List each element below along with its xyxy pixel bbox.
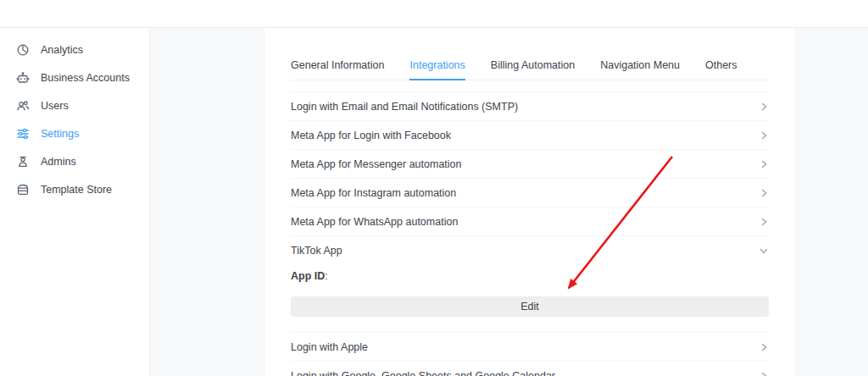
sidebar-item-business-accounts[interactable]: Business Accounts [0,64,149,91]
sidebar-item-label: Business Accounts [41,72,130,84]
integration-row-instagram[interactable]: Meta App for Instagram automation [291,179,769,207]
integration-row-facebook-login[interactable]: Meta App for Login with Facebook [291,121,769,150]
integration-row-label: Login with Apple [291,341,368,353]
app-id-label: App ID: [291,267,769,285]
top-bar [0,0,868,28]
integration-row-label: Login with Email and Email Notifications… [291,101,518,113]
sidebar: Analytics Business Accounts Users [0,29,150,376]
chevron-right-icon [759,159,769,169]
tab-integrations[interactable]: Integrations [409,59,465,80]
integration-row-label: Meta App for Login with Facebook [291,130,451,141]
integration-row-google[interactable]: Login with Google, Google Sheets and Goo… [291,362,769,376]
edit-button[interactable]: Edit [291,296,769,317]
integration-row-label: TikTok App [291,245,342,257]
users-icon [15,98,30,113]
sidebar-item-label: Settings [41,128,79,140]
sidebar-item-users[interactable]: Users [0,91,149,119]
chevron-right-icon [759,130,769,141]
sidebar-item-label: Analytics [41,44,83,56]
integration-row-tiktok[interactable]: TikTok App [291,236,769,265]
storefront-icon [15,182,30,196]
integration-row-whatsapp[interactable]: Meta App for WhatsApp automation [291,207,769,236]
sidebar-item-label: Template Store [41,184,112,196]
sidebar-item-label: Admins [41,156,76,168]
chevron-down-icon [759,246,769,256]
integrations-list: Login with Email and Email Notifications… [291,91,769,317]
robot-icon [15,70,30,85]
integration-row-messenger[interactable]: Meta App for Messenger automation [291,150,769,179]
sliders-icon [15,126,30,141]
tab-billing-automation[interactable]: Billing Automation [491,59,575,80]
integration-row-label: Meta App for Instagram automation [291,187,456,199]
integration-row-label: Meta App for Messenger automation [291,158,462,170]
chevron-right-icon [759,217,769,227]
integration-row-smtp[interactable]: Login with Email and Email Notifications… [291,92,769,121]
chevron-right-icon [759,371,769,376]
sidebar-item-settings[interactable]: Settings [0,119,149,147]
sidebar-item-admins[interactable]: Admins [0,147,149,175]
tab-others[interactable]: Others [705,59,737,80]
pie-chart-icon [15,42,30,57]
tab-navigation-menu[interactable]: Navigation Menu [600,59,680,80]
integrations-list-bottom: Login with Apple Login with Google, Goog… [291,332,769,376]
sidebar-item-template-store[interactable]: Template Store [0,175,149,203]
integration-row-label: Meta App for WhatsApp automation [291,216,458,228]
sidebar-item-label: Users [41,100,69,112]
settings-content-card: General Information Integrations Billing… [265,29,794,376]
integration-row-label: Login with Google, Google Sheets and Goo… [291,370,555,376]
settings-tabs: General Information Integrations Billing… [291,59,769,80]
chevron-right-icon [759,102,769,112]
sidebar-item-analytics[interactable]: Analytics [0,36,149,64]
tab-general-information[interactable]: General Information [291,59,384,80]
chevron-right-icon [759,342,769,352]
admin-user-icon [15,154,30,169]
chevron-right-icon [759,188,769,198]
integration-row-apple-login[interactable]: Login with Apple [291,333,769,362]
tiktok-expanded-panel: App ID: Edit [291,267,769,317]
